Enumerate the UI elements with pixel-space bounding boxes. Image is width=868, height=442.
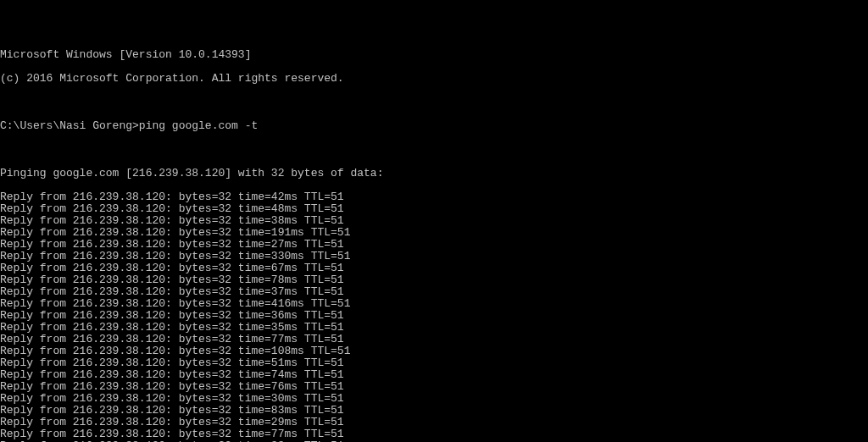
prompt-line[interactable]: C:\Users\Nasi Goreng>ping google.com -t — [0, 120, 868, 132]
ping-reply-line: Reply from 216.239.38.120: bytes=32 time… — [0, 357, 868, 369]
ping-reply-line: Reply from 216.239.38.120: bytes=32 time… — [0, 345, 868, 357]
blank-line — [0, 144, 868, 156]
ping-header: Pinging google.com [216.239.38.120] with… — [0, 168, 868, 180]
ping-reply-line: Reply from 216.239.38.120: bytes=32 time… — [0, 334, 868, 345]
ping-reply-line: Reply from 216.239.38.120: bytes=32 time… — [0, 393, 868, 405]
ping-reply-list: Reply from 216.239.38.120: bytes=32 time… — [0, 191, 868, 442]
ping-reply-line: Reply from 216.239.38.120: bytes=32 time… — [0, 227, 868, 239]
ping-reply-line: Reply from 216.239.38.120: bytes=32 time… — [0, 381, 868, 393]
ping-reply-line: Reply from 216.239.38.120: bytes=32 time… — [0, 215, 868, 227]
ping-reply-line: Reply from 216.239.38.120: bytes=32 time… — [0, 298, 868, 310]
blank-line — [0, 97, 868, 108]
ping-reply-line: Reply from 216.239.38.120: bytes=32 time… — [0, 310, 868, 322]
ping-reply-line: Reply from 216.239.38.120: bytes=32 time… — [0, 286, 868, 298]
ping-reply-line: Reply from 216.239.38.120: bytes=32 time… — [0, 262, 868, 274]
ping-reply-line: Reply from 216.239.38.120: bytes=32 time… — [0, 191, 868, 203]
os-version-line: Microsoft Windows [Version 10.0.14393] — [0, 49, 868, 61]
copyright-line: (c) 2016 Microsoft Corporation. All righ… — [0, 73, 868, 85]
prompt-command: ping google.com -t — [139, 119, 258, 132]
ping-reply-line: Reply from 216.239.38.120: bytes=32 time… — [0, 274, 868, 286]
ping-reply-line: Reply from 216.239.38.120: bytes=32 time… — [0, 428, 868, 440]
ping-reply-line: Reply from 216.239.38.120: bytes=32 time… — [0, 417, 868, 428]
ping-reply-line: Reply from 216.239.38.120: bytes=32 time… — [0, 239, 868, 251]
ping-reply-line: Reply from 216.239.38.120: bytes=32 time… — [0, 369, 868, 381]
ping-reply-line: Reply from 216.239.38.120: bytes=32 time… — [0, 203, 868, 215]
ping-reply-line: Reply from 216.239.38.120: bytes=32 time… — [0, 322, 868, 334]
prompt-path: C:\Users\Nasi Goreng> — [0, 119, 139, 132]
ping-reply-line: Reply from 216.239.38.120: bytes=32 time… — [0, 405, 868, 417]
ping-reply-line: Reply from 216.239.38.120: bytes=32 time… — [0, 251, 868, 262]
